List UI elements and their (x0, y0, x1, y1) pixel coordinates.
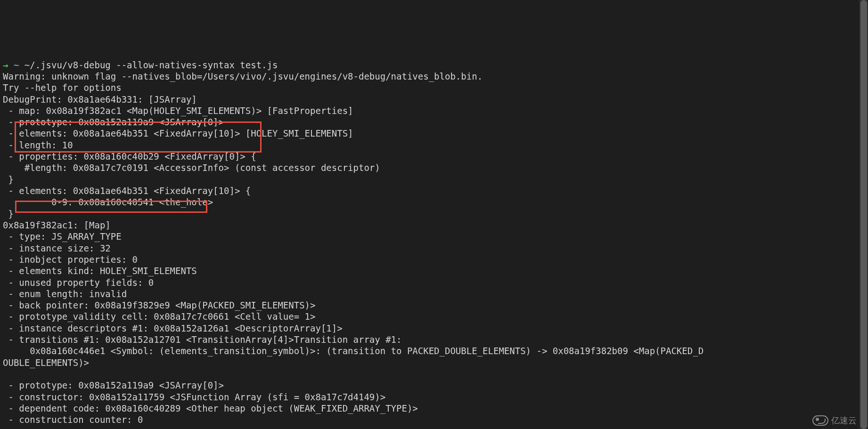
output-line: } (3, 174, 14, 185)
output-line: - elements: 0x08a1ae64b351 <FixedArray[1… (3, 128, 353, 138)
output-line: - type: JS_ARRAY_TYPE (3, 231, 122, 242)
output-line: - inobject properties: 0 (3, 254, 138, 265)
output-line: - map: 0x08a19f382ac1 <Map(HOLEY_SMI_ELE… (3, 105, 353, 116)
output-line: 0x8a19f382ac1: [Map] (3, 220, 111, 230)
output-line: - prototype: 0x08a152a119a9 <JSArray[0]> (3, 380, 224, 390)
output-line: - instance descriptors #1: 0x08a152a126a… (3, 323, 343, 333)
output-line: } (3, 209, 14, 219)
output-line: #length: 0x08a17c7c0191 <AccessorInfo> (… (3, 162, 380, 173)
output-line: - properties: 0x08a160c40b29 <FixedArray… (3, 151, 256, 162)
output-line: - instance size: 32 (3, 243, 111, 253)
output-line: OUBLE_ELEMENTS)> (3, 357, 89, 368)
watermark-text: 亿速云 (831, 415, 857, 426)
scrollbar-thumb[interactable] (860, 0, 867, 429)
output-line: - transitions #1: 0x08a152a12701 <Transi… (3, 334, 401, 345)
output-line: 0-9: 0x08a160c40541 <the_hole> (3, 197, 213, 207)
prompt-tilde: ~ (8, 60, 24, 70)
terminal-output: → ~ ~/.jsvu/v8-debug --allow-natives-syn… (3, 48, 865, 425)
output-line: - unused property fields: 0 (3, 277, 154, 288)
output-line: - prototype: 0x08a152a119a9 <JSArray[0]> (3, 117, 224, 127)
scrollbar[interactable] (860, 0, 868, 429)
prompt-arrow: → (3, 60, 8, 70)
output-line: - elements kind: HOLEY_SMI_ELEMENTS (3, 266, 197, 276)
output-line: - enum length: invalid (3, 289, 127, 299)
watermark: 亿速云 (812, 415, 857, 426)
output-line: - back pointer: 0x08a19f3829e9 <Map(PACK… (3, 300, 315, 310)
output-line: - dependent code: 0x08a160c40289 <Other … (3, 403, 418, 413)
output-line: - length: 10 (3, 140, 73, 150)
output-line: - construction counter: 0 (3, 414, 143, 425)
output-line: - elements: 0x08a1ae64b351 <FixedArray[1… (3, 186, 251, 196)
output-line: - constructor: 0x08a152a11759 <JSFunctio… (3, 392, 385, 402)
output-line: 0x08a160c446e1 <Symbol: (elements_transi… (3, 346, 704, 356)
prompt-command: ~/.jsvu/v8-debug --allow-natives-syntax … (25, 60, 278, 70)
output-line: Warning: unknown flag --natives_blob=/Us… (3, 71, 483, 81)
output-line: DebugPrint: 0x8a1ae64b331: [JSArray] (3, 94, 197, 105)
output-line: - prototype_validity cell: 0x08a17c7c066… (3, 311, 315, 322)
cloud-icon (812, 415, 828, 426)
output-line: Try --help for options (3, 82, 122, 93)
